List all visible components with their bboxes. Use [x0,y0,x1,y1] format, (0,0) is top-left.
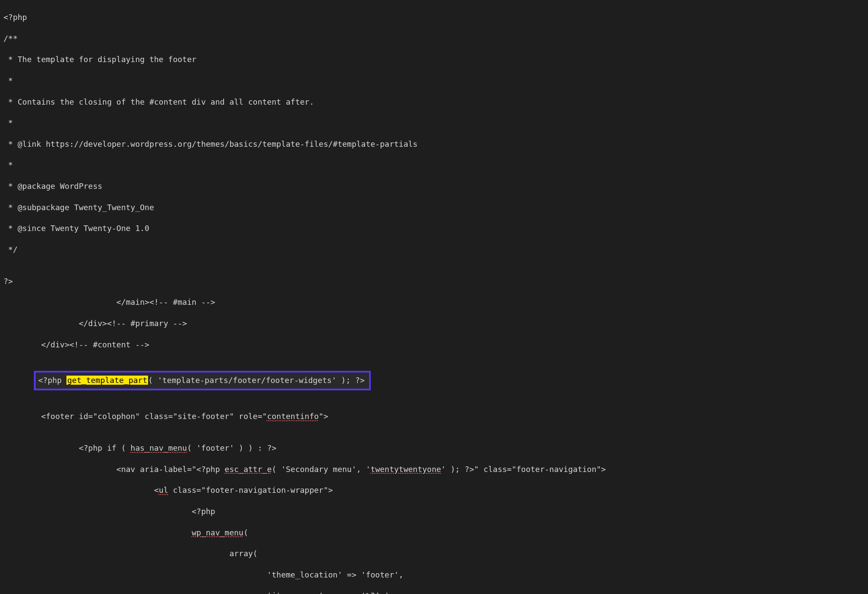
highlight-box: <?php get_template_part( 'template-parts… [34,371,371,390]
code-line: * [3,76,865,86]
code-line: /** [3,33,865,44]
code-line: <?php if ( has_nav_menu( 'footer' ) ) : … [3,443,865,453]
code-editor[interactable]: <?php /** * The template for displaying … [0,0,868,594]
code-line: * [3,160,865,170]
code-line: * @subpackage Twenty_Twenty_One [3,202,865,213]
code-line: <?php [3,506,865,517]
highlighted-line: <?php get_template_part( 'template-parts… [3,371,865,390]
code-line: ?> [3,276,865,287]
code-line: </div><!-- #primary --> [3,318,865,329]
code-line: * Contains the closing of the #content d… [3,97,865,107]
code-line: * The template for displaying the footer [3,54,865,65]
code-line: <nav aria-label="<?php esc_attr_e( 'Seco… [3,464,865,475]
code-line: * [3,118,865,128]
code-line: 'theme_location' => 'footer', [3,570,865,580]
code-line: <footer id="colophon" class="site-footer… [3,411,865,422]
code-line: * @since Twenty Twenty-One 1.0 [3,223,865,234]
code-line: 'items_wrap' => '%3$s', [3,591,865,594]
code-line: <?php [3,12,865,23]
code-line: wp_nav_menu( [3,528,865,538]
code-line: */ [3,244,865,255]
highlight-term: get_template_part [66,376,148,385]
code-line: <ul class="footer-navigation-wrapper"> [3,485,865,495]
code-line: * @link https://developer.wordpress.org/… [3,139,865,149]
code-line: * @package WordPress [3,181,865,191]
code-line: </div><!-- #content --> [3,340,865,350]
code-line: </main><!-- #main --> [3,297,865,307]
code-line: array( [3,548,865,559]
